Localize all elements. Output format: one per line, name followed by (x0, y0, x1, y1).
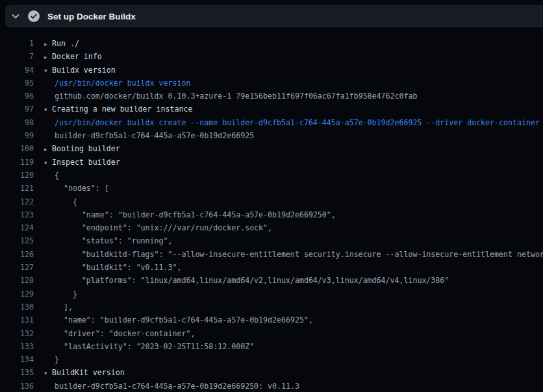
output-text: "buildkit": "v0.11.3", (55, 261, 181, 274)
log-line: 100▸Booting builder (0, 142, 543, 155)
output-text: builder-d9cfb5a1-c764-445a-a57e-0b19d2e6… (55, 129, 254, 142)
log-line: 119▾Inspect builder (0, 156, 543, 169)
log-line: 133 "lastActivity": "2023-02-25T11:58:12… (0, 340, 543, 353)
triangle-down-icon: ▾ (44, 64, 52, 77)
log-line: 1▸Run ./ (0, 37, 543, 50)
output-text: { (55, 195, 77, 208)
group-title: Docker info (52, 52, 102, 61)
group-title: Creating a new builder instance (52, 104, 192, 114)
check-circle-icon (28, 10, 40, 22)
triangle-down-icon: ▾ (44, 156, 52, 169)
log-group-header[interactable]: ▾Inspect builder (44, 156, 120, 169)
log-line: 120{ (0, 169, 543, 182)
output-text: github.com/docker/buildx 0.10.3+azure-1 … (55, 90, 417, 103)
line-number[interactable]: 96 (0, 90, 34, 103)
log-line: 135▾BuildKit version (0, 366, 543, 379)
line-number[interactable]: 133 (0, 340, 34, 353)
line-number[interactable]: 136 (0, 380, 34, 392)
log-group-header[interactable]: ▸Run ./ (44, 37, 79, 50)
line-number[interactable]: 122 (0, 195, 34, 208)
line-number[interactable]: 123 (0, 208, 34, 221)
log-line: 131 "name": "builder-d9cfb5a1-c764-445a-… (0, 313, 543, 326)
triangle-right-icon: ▸ (44, 143, 52, 155)
line-number[interactable]: 121 (0, 182, 34, 195)
output-text: "buildkitd-flags": "--allow-insecure-ent… (55, 248, 543, 261)
line-number[interactable]: 95 (0, 77, 34, 90)
output-text: builder-d9cfb5a1-c764-445a-a57e-0b19d2e6… (55, 380, 299, 392)
output-text: "platforms": "linux/amd64,linux/amd64/v2… (55, 274, 449, 287)
group-title: Run ./ (52, 39, 79, 48)
line-number[interactable]: 132 (0, 327, 34, 340)
line-number[interactable]: 1 (0, 37, 34, 50)
output-text: { (55, 169, 59, 182)
line-number[interactable]: 134 (0, 353, 34, 366)
group-title: Inspect builder (52, 158, 120, 167)
output-text: } (55, 353, 59, 366)
output-text: "name": "builder-d9cfb5a1-c764-445a-a57e… (55, 313, 313, 326)
log-line: 134} (0, 353, 543, 366)
triangle-down-icon: ▾ (44, 367, 52, 379)
log-group-header[interactable]: ▾BuildKit version (44, 366, 125, 379)
line-number[interactable]: 119 (0, 156, 34, 169)
chevron-down-icon[interactable] (10, 10, 21, 22)
line-number[interactable]: 98 (0, 116, 34, 129)
log-line: 98/usr/bin/docker buildx create --name b… (0, 116, 543, 129)
log-line: 132 "driver": "docker-container", (0, 327, 543, 340)
line-number[interactable]: 120 (0, 169, 34, 182)
line-number[interactable]: 125 (0, 234, 34, 247)
log-line: 126 "buildkitd-flags": "--allow-insecure… (0, 248, 543, 261)
group-title: Booting builder (52, 144, 120, 153)
log-line: 7▸Docker info (0, 50, 543, 63)
log-line: 122 { (0, 195, 543, 208)
line-number[interactable]: 128 (0, 274, 34, 287)
output-text: "name": "builder-d9cfb5a1-c764-445a-a57e… (55, 208, 336, 221)
line-number[interactable]: 7 (0, 50, 34, 63)
log-line: 123 "name": "builder-d9cfb5a1-c764-445a-… (0, 208, 543, 221)
line-number[interactable]: 94 (0, 64, 34, 77)
output-text: "endpoint": "unix:///var/run/docker.sock… (55, 221, 272, 234)
log-line: 124 "endpoint": "unix:///var/run/docker.… (0, 221, 543, 234)
line-number[interactable]: 135 (0, 366, 34, 379)
output-text: "lastActivity": "2023-02-25T11:58:12.000… (55, 340, 254, 353)
command-text: /usr/bin/docker buildx version (55, 77, 190, 90)
log-group-header[interactable]: ▸Booting builder (44, 142, 120, 155)
command-text: /usr/bin/docker buildx create --name bui… (55, 116, 540, 129)
step-header[interactable]: Set up Docker Buildx (5, 5, 543, 27)
step-title: Set up Docker Buildx (47, 12, 136, 21)
log-line: 94▾Buildx version (0, 64, 543, 77)
line-number[interactable]: 100 (0, 142, 34, 155)
log-line: 136builder-d9cfb5a1-c764-445a-a57e-0b19d… (0, 380, 543, 392)
log-line: 130 ], (0, 300, 543, 313)
actions-log-viewer: { "header": { "title": "Set up Docker Bu… (0, 0, 543, 392)
group-title: Buildx version (52, 66, 116, 75)
output-text: } (55, 288, 77, 300)
log-line: 125 "status": "running", (0, 234, 543, 247)
log-line: 121 "nodes": [ (0, 182, 543, 195)
log-group-header[interactable]: ▾Buildx version (44, 64, 116, 77)
output-text: ], (55, 300, 73, 313)
output-text: "status": "running", (55, 234, 172, 247)
line-number[interactable]: 99 (0, 129, 34, 142)
log-group-header[interactable]: ▾Creating a new builder instance (44, 103, 192, 116)
line-number[interactable]: 127 (0, 261, 34, 274)
line-number[interactable]: 130 (0, 300, 34, 313)
log-lines: 1▸Run ./7▸Docker info94▾Buildx version95… (0, 37, 543, 392)
log-group-header[interactable]: ▸Docker info (44, 50, 102, 63)
log-line: 128 "platforms": "linux/amd64,linux/amd6… (0, 274, 543, 287)
group-title: BuildKit version (52, 368, 125, 377)
output-text: "driver": "docker-container", (55, 327, 195, 340)
log-line: 96github.com/docker/buildx 0.10.3+azure-… (0, 90, 543, 103)
log-line: 127 "buildkit": "v0.11.3", (0, 261, 543, 274)
line-number[interactable]: 97 (0, 103, 34, 116)
log-line: 95/usr/bin/docker buildx version (0, 77, 543, 90)
line-number[interactable]: 129 (0, 288, 34, 300)
line-number[interactable]: 131 (0, 313, 34, 326)
log-line: 99builder-d9cfb5a1-c764-445a-a57e-0b19d2… (0, 129, 543, 142)
line-number[interactable]: 124 (0, 221, 34, 234)
triangle-down-icon: ▾ (44, 103, 52, 116)
line-number[interactable]: 126 (0, 248, 34, 261)
log-line: 97▾Creating a new builder instance (0, 103, 543, 116)
triangle-right-icon: ▸ (44, 51, 52, 63)
triangle-right-icon: ▸ (44, 38, 52, 50)
output-text: "nodes": [ (55, 182, 109, 195)
